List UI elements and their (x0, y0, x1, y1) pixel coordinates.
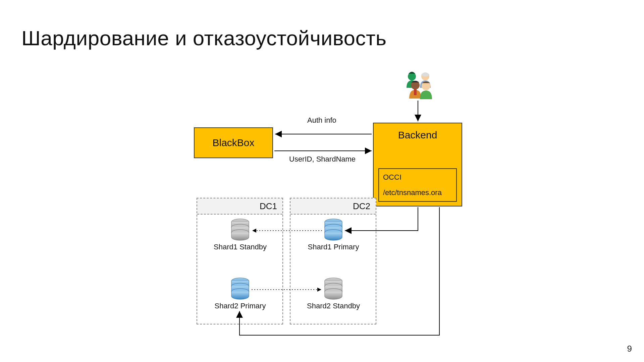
database-icon (323, 278, 343, 300)
dc2-header: DC2 (290, 198, 376, 215)
dc1-shard2: Shard2 Primary (207, 278, 274, 310)
dc1-header: DC1 (197, 198, 282, 215)
dc2-shard2: Shard2 Standby (300, 278, 367, 310)
label-auth-info: Auth info (307, 116, 336, 125)
dc1-shard2-label: Shard2 Primary (207, 302, 274, 310)
users-icon (402, 70, 435, 99)
diagram-canvas: BlackBox Backend OCCI /etc/tnsnames.ora … (0, 0, 644, 362)
occi-line1: OCCI (383, 173, 401, 182)
slide: Шардирование и отказоустойчивость 9 (0, 0, 644, 362)
dc1-shard1-label: Shard1 Standby (207, 243, 274, 251)
blackbox-label: BlackBox (212, 137, 254, 148)
occi-line2: /etc/tnsnames.ora (383, 188, 442, 197)
svg-rect-3 (414, 89, 417, 95)
dc2-shard1-label: Shard1 Primary (300, 243, 367, 251)
blackbox-node: BlackBox (194, 127, 273, 158)
dc1-shard1: Shard1 Standby (207, 219, 274, 251)
backend-node: Backend OCCI /etc/tnsnames.ora (373, 123, 462, 206)
label-userid-shardname: UserID, ShardName (289, 155, 356, 164)
backend-label: Backend (374, 129, 462, 141)
occi-box: OCCI /etc/tnsnames.ora (378, 168, 457, 202)
database-icon (230, 219, 250, 241)
dc2-shard1: Shard1 Primary (300, 219, 367, 251)
database-icon (323, 219, 343, 241)
database-icon (230, 278, 250, 300)
dc2-shard2-label: Shard2 Standby (300, 302, 367, 310)
